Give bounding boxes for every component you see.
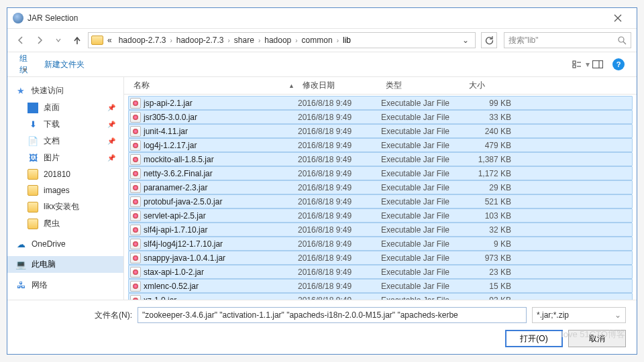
col-date[interactable]: 修改日期 xyxy=(299,80,382,91)
crumb-3[interactable]: hadoop xyxy=(262,34,294,46)
table-row[interactable]: jsr305-3.0.0.jar2016/8/18 9:49Executable… xyxy=(128,110,633,124)
refresh-button[interactable] xyxy=(481,32,497,48)
table-row[interactable]: mockito-all-1.8.5.jar2016/8/18 9:49Execu… xyxy=(128,152,633,166)
file-date: 2016/8/18 9:49 xyxy=(298,239,381,249)
crumb-5[interactable]: lib xyxy=(340,34,354,46)
svg-line-4 xyxy=(623,42,626,44)
organize-button[interactable]: 组织 ▾ xyxy=(19,53,28,76)
table-row[interactable]: stax-api-1.0-2.jar2016/8/18 9:49Executab… xyxy=(128,265,633,279)
file-date: 2016/8/18 9:49 xyxy=(298,127,381,136)
chevron-down-icon[interactable]: ▾ xyxy=(586,60,590,69)
crumb-1[interactable]: hadoop-2.7.3 xyxy=(174,34,227,46)
col-name[interactable]: 名称▲ xyxy=(129,80,299,91)
file-name: junit-4.11.jar xyxy=(144,127,298,136)
sidebar-item-onedrive[interactable]: ☁OneDrive xyxy=(7,236,123,252)
sidebar-item-documents[interactable]: 📄文档📌 xyxy=(7,133,123,149)
filetype-select[interactable]: *.jar;*.zip⌄ xyxy=(532,307,626,323)
up-button[interactable] xyxy=(69,32,85,48)
file-size: 240 KB xyxy=(464,127,511,136)
new-folder-button[interactable]: 新建文件夹 xyxy=(44,59,85,70)
file-date: 2016/8/18 9:49 xyxy=(298,169,381,178)
window-title: JAR Selection xyxy=(28,13,604,23)
table-row[interactable]: slf4j-api-1.7.10.jar2016/8/18 9:49Execut… xyxy=(128,223,633,237)
file-size: 973 KB xyxy=(464,253,511,263)
back-button[interactable] xyxy=(13,32,29,48)
table-row[interactable]: netty-3.6.2.Final.jar2016/8/18 9:49Execu… xyxy=(128,166,633,180)
download-icon: ⬇ xyxy=(28,119,38,130)
file-date: 2016/8/18 9:49 xyxy=(298,253,381,263)
table-row[interactable]: junit-4.11.jar2016/8/18 9:49Executable J… xyxy=(128,124,633,138)
sidebar-item-desktop[interactable]: 桌面📌 xyxy=(7,99,123,116)
jar-icon xyxy=(130,295,141,300)
filename-input[interactable] xyxy=(138,307,527,323)
file-size: 9 KB xyxy=(464,239,511,249)
file-name: paranamer-2.3.jar xyxy=(144,183,298,192)
file-type: Executable Jar File xyxy=(381,113,464,122)
file-date: 2016/8/18 9:49 xyxy=(298,211,381,221)
chevron-right-icon: › xyxy=(295,37,297,44)
table-row[interactable]: xz-1.0.jar2016/8/18 9:49Executable Jar F… xyxy=(128,293,633,300)
sidebar-item-pictures[interactable]: 🖼图片📌 xyxy=(7,149,123,166)
file-type: Executable Jar File xyxy=(381,155,464,164)
file-name: snappy-java-1.0.4.1.jar xyxy=(144,253,298,263)
sidebar-item-network[interactable]: 🖧网络 xyxy=(7,277,123,294)
file-list[interactable]: jsp-api-2.1.jar2016/8/18 9:49Executable … xyxy=(124,95,637,300)
crumb-0[interactable]: hadoop-2.7.3 xyxy=(116,34,169,46)
open-button[interactable]: 打开(O) xyxy=(505,330,563,347)
cancel-button[interactable]: 取消 xyxy=(568,330,626,347)
table-row[interactable]: jsp-api-2.1.jar2016/8/18 9:49Executable … xyxy=(128,96,633,110)
chevron-right-icon: › xyxy=(258,37,260,44)
jar-icon xyxy=(130,140,141,151)
table-row[interactable]: paranamer-2.3.jar2016/8/18 9:49Executabl… xyxy=(128,180,633,194)
file-date: 2016/8/18 9:49 xyxy=(298,267,381,277)
preview-pane-icon[interactable] xyxy=(592,59,603,70)
table-row[interactable]: snappy-java-1.0.4.1.jar2016/8/18 9:49Exe… xyxy=(128,251,633,265)
table-row[interactable]: slf4j-log4j12-1.7.10.jar2016/8/18 9:49Ex… xyxy=(128,237,633,251)
table-row[interactable]: log4j-1.2.17.jar2016/8/18 9:49Executable… xyxy=(128,138,633,152)
file-type: Executable Jar File xyxy=(381,239,464,249)
chevron-down-icon[interactable]: ⌄ xyxy=(459,36,472,45)
close-button[interactable] xyxy=(604,10,631,26)
view-options-icon[interactable] xyxy=(572,59,583,70)
file-type: Executable Jar File xyxy=(381,197,464,206)
sidebar: ★快速访问 桌面📌 ⬇下载📌 📄文档📌 🖼图片📌 201810 images l… xyxy=(7,77,124,300)
forward-button[interactable] xyxy=(32,32,48,48)
sidebar-item-likx[interactable]: likx安装包 xyxy=(7,198,123,215)
file-date: 2016/8/18 9:49 xyxy=(298,99,381,108)
file-date: 2016/8/18 9:49 xyxy=(298,155,381,164)
table-row[interactable]: servlet-api-2.5.jar2016/8/18 9:49Executa… xyxy=(128,208,633,223)
search-input[interactable]: 搜索"lib" xyxy=(504,32,631,48)
jar-icon xyxy=(130,182,141,193)
col-type[interactable]: 类型 xyxy=(382,80,465,91)
breadcrumb[interactable]: « hadoop-2.7.3› hadoop-2.7.3› share› had… xyxy=(88,32,476,48)
table-row[interactable]: xmlenc-0.52.jar2016/8/18 9:49Executable … xyxy=(128,279,633,293)
file-name: slf4j-api-1.7.10.jar xyxy=(144,225,298,235)
folder-icon xyxy=(28,202,38,213)
path-prefix: « xyxy=(105,34,115,46)
jar-icon xyxy=(130,168,141,179)
file-name: servlet-api-2.5.jar xyxy=(144,211,298,221)
pin-icon: 📌 xyxy=(107,137,115,145)
file-size: 521 KB xyxy=(464,197,511,206)
jar-icon xyxy=(130,210,141,221)
recent-button[interactable] xyxy=(50,32,66,48)
sidebar-item-downloads[interactable]: ⬇下载📌 xyxy=(7,116,123,133)
crumb-4[interactable]: common xyxy=(299,34,335,46)
jar-icon xyxy=(130,239,141,249)
col-size[interactable]: 大小 xyxy=(465,80,512,91)
crumb-2[interactable]: share xyxy=(231,34,257,46)
file-name: slf4j-log4j12-1.7.10.jar xyxy=(144,239,298,249)
chevron-right-icon: › xyxy=(228,37,230,44)
file-type: Executable Jar File xyxy=(381,127,464,136)
sidebar-item-images[interactable]: images xyxy=(7,182,123,198)
sidebar-item-201810[interactable]: 201810 xyxy=(7,166,123,182)
help-icon[interactable]: ? xyxy=(612,58,625,70)
sidebar-item-thispc[interactable]: 💻此电脑 xyxy=(7,256,123,273)
table-row[interactable]: protobuf-java-2.5.0.jar2016/8/18 9:49Exe… xyxy=(128,194,633,208)
sidebar-item-quick[interactable]: ★快速访问 xyxy=(7,82,123,99)
jar-icon xyxy=(130,154,141,165)
svg-point-3 xyxy=(619,37,624,42)
file-date: 2016/8/18 9:49 xyxy=(298,197,381,206)
sidebar-item-spider[interactable]: 爬虫 xyxy=(7,215,123,232)
file-name: protobuf-java-2.5.0.jar xyxy=(144,197,298,206)
